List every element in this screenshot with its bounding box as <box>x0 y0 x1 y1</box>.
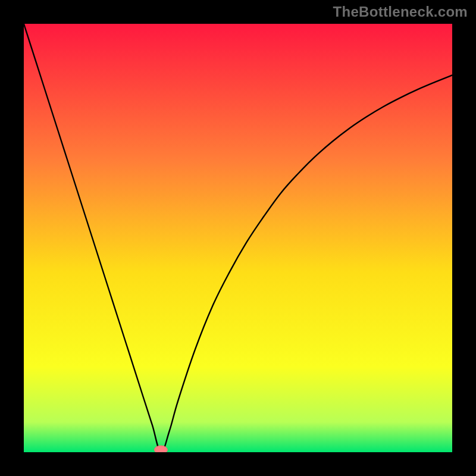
chart-container: TheBottleneck.com <box>0 0 476 476</box>
plot-area <box>24 24 452 452</box>
watermark-label: TheBottleneck.com <box>333 4 468 20</box>
bottleneck-chart-svg <box>24 24 452 452</box>
gradient-background <box>24 24 452 452</box>
minimum-marker <box>154 446 167 452</box>
